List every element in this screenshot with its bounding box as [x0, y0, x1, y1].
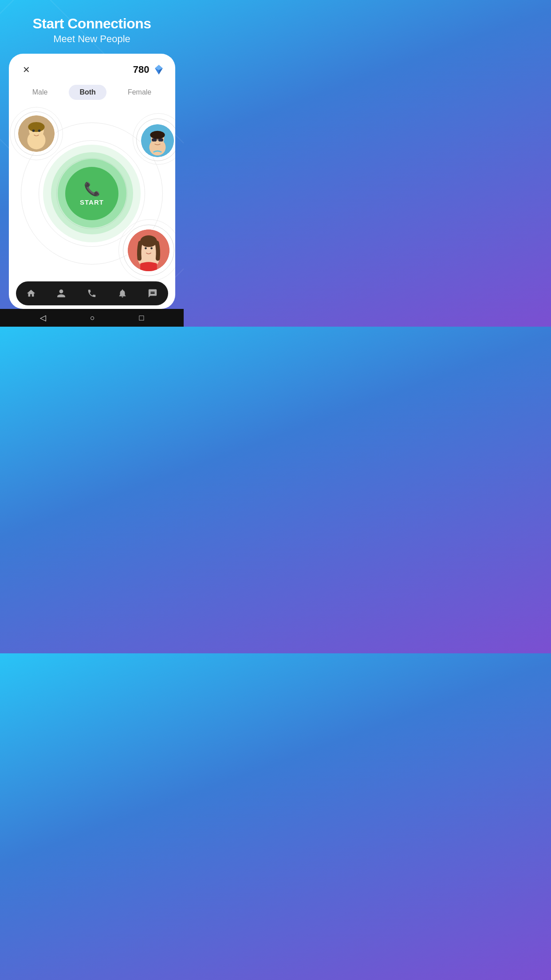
nav-notifications[interactable] — [110, 287, 134, 300]
nav-call[interactable] — [80, 287, 104, 300]
start-button[interactable]: 📞 START — [65, 167, 118, 220]
avatar-male-1 — [17, 114, 56, 153]
start-label: START — [80, 198, 104, 206]
gender-tabs: Male Both Female — [9, 81, 175, 105]
start-glow-inner: 📞 START — [58, 159, 126, 228]
svg-point-20 — [140, 235, 157, 247]
page-title: Start Connections — [32, 16, 151, 32]
avatar-female-2 — [126, 228, 171, 273]
svg-point-12 — [149, 139, 165, 155]
radar-area: 📞 START — [9, 105, 175, 281]
avatar-female-1 — [140, 123, 175, 158]
start-button-wrapper: 📞 START — [43, 145, 141, 242]
tab-both[interactable]: Both — [69, 85, 106, 100]
nav-chat[interactable] — [141, 287, 165, 300]
svg-rect-14 — [152, 138, 157, 142]
main-card: ✕ 780 Male Both Female — [9, 54, 175, 309]
svg-point-21 — [145, 247, 147, 249]
close-button[interactable]: ✕ — [20, 63, 34, 77]
svg-point-13 — [150, 131, 165, 139]
credits-value: 780 — [133, 64, 150, 75]
bottom-navigation — [16, 281, 168, 305]
svg-rect-15 — [158, 138, 163, 142]
start-glow-mid: 📞 START — [51, 152, 133, 234]
start-glow-outer: 📞 START — [43, 145, 141, 242]
svg-point-8 — [32, 130, 35, 132]
diamond-icon — [153, 64, 165, 75]
nav-home[interactable] — [19, 287, 43, 300]
tab-male[interactable]: Male — [22, 85, 59, 100]
svg-point-9 — [38, 130, 40, 132]
card-top-bar: ✕ 780 — [9, 54, 175, 81]
credits-display: 780 — [133, 64, 165, 75]
tab-female[interactable]: Female — [117, 85, 162, 100]
page-subtitle: Meet New People — [32, 33, 151, 45]
svg-point-22 — [150, 247, 153, 249]
nav-profile[interactable] — [49, 287, 73, 300]
page-header: Start Connections Meet New People — [24, 0, 160, 54]
svg-point-6 — [27, 131, 45, 150]
phone-icon: 📞 — [84, 181, 100, 197]
svg-point-7 — [28, 122, 44, 132]
